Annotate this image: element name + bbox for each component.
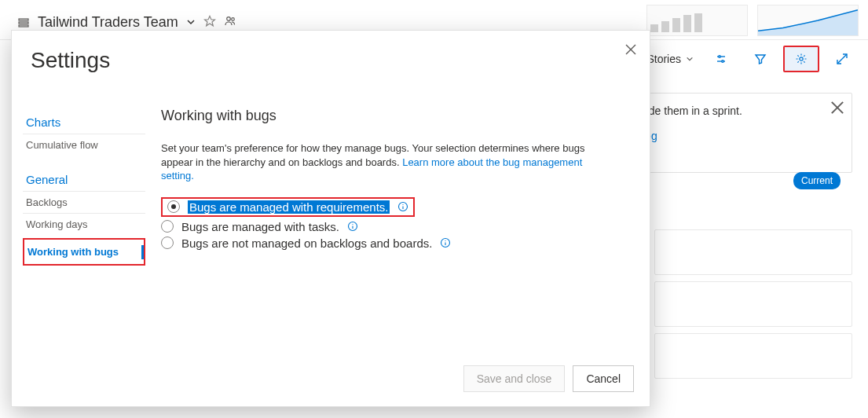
svg-point-14 [722, 60, 724, 63]
svg-point-16 [800, 57, 803, 60]
sidebar-section-charts[interactable]: Charts [26, 116, 145, 129]
favorite-star-icon[interactable] [203, 15, 216, 30]
header-minicharts [646, 5, 859, 36]
mini-area-chart[interactable] [757, 5, 859, 36]
team-members-icon[interactable] [224, 15, 236, 30]
dialog-main-panel: Working with bugs Set your team's prefer… [161, 108, 634, 350]
sprint-info-card: ude them in a sprint. log Current [629, 93, 852, 173]
mini-bar-chart[interactable] [646, 5, 748, 36]
dialog-footer: Save and close Cancel [463, 365, 634, 392]
filter-button[interactable] [744, 47, 777, 71]
fullscreen-button[interactable] [826, 47, 859, 71]
save-and-close-button[interactable]: Save and close [463, 365, 566, 392]
svg-rect-2 [19, 25, 28, 27]
sidebar-item-working-with-bugs[interactable]: Working with bugs [24, 241, 140, 262]
dialog-title: Settings [31, 48, 110, 73]
radio-input[interactable] [161, 220, 174, 233]
svg-rect-1 [19, 22, 28, 24]
card-text-fragment: ude them in a sprint. [643, 104, 839, 117]
radio-input[interactable] [161, 236, 174, 249]
radio-option-tasks[interactable]: Bugs are managed with tasks. [161, 218, 634, 235]
chevron-down-icon [186, 16, 196, 29]
chevron-down-icon [686, 53, 694, 65]
page-toolbar: Stories [624, 44, 859, 74]
radio-option-requirements-highlight: Bugs are managed with requirements. [161, 197, 415, 217]
sprint-row-placeholder [654, 229, 852, 275]
sidebar-selection-indicator [141, 245, 144, 259]
info-icon[interactable] [347, 221, 358, 232]
backlog-level-label: Stories [646, 53, 681, 65]
settings-gear-button[interactable] [783, 46, 819, 72]
dialog-close-button[interactable] [620, 38, 642, 60]
sprint-row-placeholder [654, 333, 852, 379]
radio-label: Bugs are not managed on backlogs and boa… [181, 236, 432, 250]
current-sprint-badge: Current [793, 172, 841, 189]
svg-point-31 [445, 240, 446, 241]
sidebar-item-backlogs[interactable]: Backlogs [23, 191, 145, 213]
radio-option-requirements[interactable]: Bugs are managed with requirements. [161, 196, 634, 218]
close-icon[interactable] [830, 100, 845, 116]
info-icon[interactable] [397, 201, 408, 212]
svg-point-25 [403, 204, 404, 205]
radio-input-checked[interactable] [167, 200, 180, 213]
svg-line-18 [837, 59, 842, 64]
team-name: Tailwind Traders Team [38, 14, 178, 31]
svg-point-28 [352, 224, 353, 225]
settings-dialog: Settings Charts Cumulative flow General … [11, 30, 650, 407]
sidebar-section-general[interactable]: General [26, 173, 145, 186]
sidebar-item-cumulative-flow[interactable]: Cumulative flow [23, 134, 145, 156]
radio-label: Bugs are managed with tasks. [181, 220, 339, 233]
info-icon[interactable] [440, 237, 451, 248]
radio-option-not-managed[interactable]: Bugs are not managed on backlogs and boa… [161, 235, 634, 251]
svg-marker-15 [756, 55, 765, 64]
svg-point-5 [231, 18, 234, 21]
svg-rect-0 [19, 19, 28, 20]
radio-label: Bugs are managed with requirements. [188, 200, 390, 214]
sprint-row-placeholder [654, 281, 852, 327]
team-breadcrumb[interactable]: Tailwind Traders Team [17, 14, 236, 31]
svg-marker-3 [204, 16, 214, 26]
team-icon [17, 16, 30, 29]
svg-point-12 [719, 56, 721, 58]
cancel-button[interactable]: Cancel [573, 365, 634, 392]
dialog-sidebar: Charts Cumulative flow General Backlogs … [23, 108, 145, 266]
column-options-button[interactable] [705, 47, 738, 71]
svg-point-4 [226, 17, 230, 21]
sidebar-item-working-days[interactable]: Working days [23, 213, 145, 235]
panel-title: Working with bugs [161, 108, 634, 124]
svg-line-17 [842, 54, 847, 59]
sidebar-item-working-with-bugs-highlight: Working with bugs [23, 238, 145, 266]
bug-management-radio-group: Bugs are managed with requirements. Bugs… [161, 196, 634, 251]
panel-description: Set your team's preference for how they … [161, 141, 601, 183]
